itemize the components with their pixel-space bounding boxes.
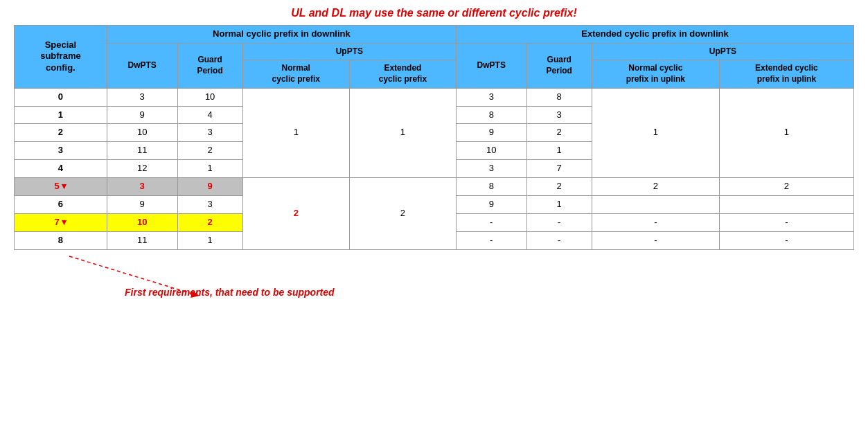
page-title: UL and DL may use the same or different … — [291, 7, 577, 19]
gp-n-cell: 10 — [177, 88, 242, 106]
extended-cp-ul-header: Extended cyclicprefix in uplink — [719, 60, 853, 88]
dwpts-n-cell: 11 — [107, 231, 177, 249]
ecp-e-cell: 2 — [719, 178, 853, 196]
ncp-e-cell: 2 — [592, 178, 719, 196]
ncp-e-cell — [592, 196, 719, 214]
normal-cp-header: Normalcyclic prefix — [242, 60, 349, 88]
dwpts-n-cell: 9 — [107, 196, 177, 214]
dwpts-e-cell: 3 — [456, 88, 526, 106]
gp-e-cell: 2 — [526, 178, 592, 196]
ecp-merged-2-cell: 2 — [349, 178, 456, 250]
gp-n-cell: 4 — [177, 106, 242, 124]
gp-n-cell: 2 — [177, 213, 242, 231]
ncp-merged-cell: 1 — [242, 88, 349, 177]
gp-e-cell: 8 — [526, 88, 592, 106]
config-cell: 1 — [15, 106, 107, 124]
ecp-merged-cell: 1 — [349, 88, 456, 177]
gp-e-cell: 1 — [526, 196, 592, 214]
gp-n-cell: 1 — [177, 160, 242, 178]
gp-n-cell: 3 — [177, 196, 242, 214]
gp-n-cell: 1 — [177, 231, 242, 249]
dwpts-normal-header: DwPTS — [107, 43, 177, 88]
gp-e-cell: 7 — [526, 160, 592, 178]
config-cell: 8 — [15, 231, 107, 249]
table-row: 0 3 10 1 1 3 8 1 1 — [15, 88, 854, 106]
dwpts-e-cell: 9 — [456, 124, 526, 142]
extended-cp-header: Extendedcyclic prefix — [349, 60, 456, 88]
ecp-e-cell: - — [719, 213, 853, 231]
dwpts-n-cell: 10 — [107, 213, 177, 231]
dwpts-n-cell: 9 — [107, 106, 177, 124]
gp-e-cell: 3 — [526, 106, 592, 124]
ncp-merged-2-cell: 2 — [242, 178, 349, 250]
dwpts-e-cell: 3 — [456, 160, 526, 178]
gp-e-cell: 1 — [526, 142, 592, 160]
dwpts-e-cell: - — [456, 231, 526, 249]
normal-dl-header: Normal cyclic prefix in downlink — [107, 26, 456, 44]
table-row: 5 ▾ 3 9 2 2 8 2 2 2 — [15, 178, 854, 196]
uppts-normal-header: UpPTS — [242, 43, 456, 60]
title-row: UL and DL may use the same or different … — [14, 7, 854, 19]
config-cell: 6 — [15, 196, 107, 214]
header-row-2: DwPTS GuardPeriod UpPTS DwPTS GuardPerio… — [15, 43, 854, 60]
dwpts-e-cell: 8 — [456, 106, 526, 124]
gp-n-cell: 9 — [177, 178, 242, 196]
dwpts-e-cell: 8 — [456, 178, 526, 196]
gp-n-cell: 3 — [177, 124, 242, 142]
guard-normal-header: GuardPeriod — [177, 43, 242, 88]
dwpts-n-cell: 12 — [107, 160, 177, 178]
gp-n-cell: 2 — [177, 142, 242, 160]
dwpts-n-cell: 3 — [107, 178, 177, 196]
header-row-1: Specialsubframeconfig. Normal cyclic pre… — [15, 26, 854, 44]
table-wrapper: Specialsubframeconfig. Normal cyclic pre… — [14, 25, 854, 301]
ecp-e-merged-cell: 1 — [719, 88, 853, 177]
annotation-area: First requirements, that need to be supp… — [14, 253, 854, 301]
gp-e-cell: 2 — [526, 124, 592, 142]
extended-dl-header: Extended cyclic prefix in downlink — [456, 26, 853, 44]
dwpts-extended-header: DwPTS — [456, 43, 526, 88]
config-cell: 2 — [15, 124, 107, 142]
ncp-e-cell: - — [592, 213, 719, 231]
dwpts-n-cell: 11 — [107, 142, 177, 160]
dwpts-e-cell: 9 — [456, 196, 526, 214]
ecp-e-cell: - — [719, 231, 853, 249]
special-subframe-header: Specialsubframeconfig. — [15, 26, 107, 89]
normal-cp-ul-header: Normal cyclicprefix in uplink — [592, 60, 719, 88]
gp-e-cell: - — [526, 231, 592, 249]
ncp-e-merged-cell: 1 — [592, 88, 719, 177]
dwpts-n-cell: 3 — [107, 88, 177, 106]
main-table: Specialsubframeconfig. Normal cyclic pre… — [14, 25, 854, 250]
config-cell: 3 — [15, 142, 107, 160]
guard-extended-header: GuardPeriod — [526, 43, 592, 88]
dwpts-n-cell: 10 — [107, 124, 177, 142]
config-cell: 5 ▾ — [15, 178, 107, 196]
ncp-e-cell: - — [592, 231, 719, 249]
config-cell: 7 ▾ — [15, 213, 107, 231]
dwpts-e-cell: - — [456, 213, 526, 231]
dwpts-e-cell: 10 — [456, 142, 526, 160]
uppts-extended-header: UpPTS — [592, 43, 853, 60]
gp-e-cell: - — [526, 213, 592, 231]
config-cell: 0 — [15, 88, 107, 106]
config-cell: 4 — [15, 160, 107, 178]
annotation-text: First requirements, that need to be supp… — [125, 287, 335, 298]
ecp-e-cell — [719, 196, 853, 214]
